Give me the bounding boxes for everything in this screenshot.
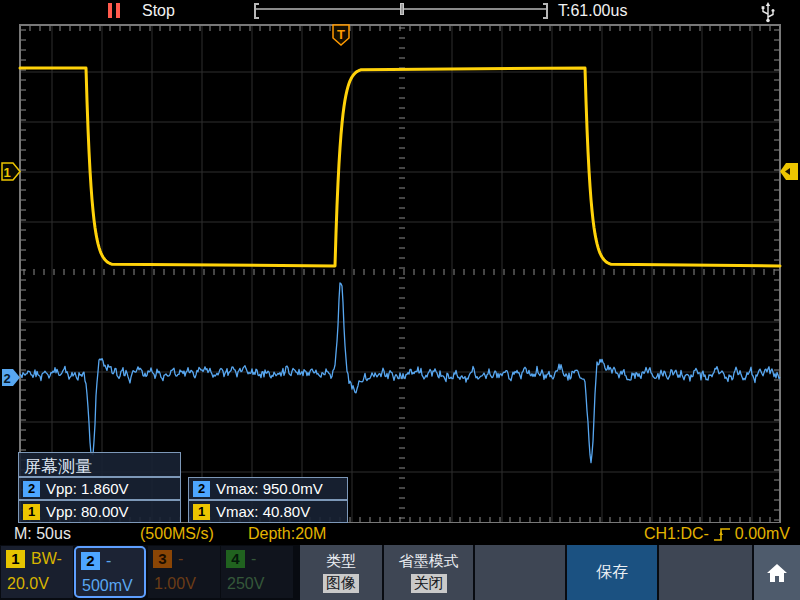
svg-text:2: 2: [3, 371, 10, 386]
timebase-label[interactable]: M: 50us: [14, 525, 71, 543]
ch1-badge: 1: [23, 504, 40, 520]
channel3-box[interactable]: 3 - 1.00V: [148, 546, 220, 598]
trigger-level-marker[interactable]: [780, 163, 798, 180]
trigger-level-label: 0.00mV: [735, 525, 790, 543]
ink-saver-label: 省墨模式: [399, 552, 459, 571]
channel1-scale: 20.0V: [7, 575, 49, 593]
ink-saver-value: 关闭: [411, 574, 447, 593]
sample-rate-label: (500MS/s): [140, 525, 214, 543]
measure-cell: 2 Vpp: 1.860V: [18, 477, 181, 500]
ch2-waveform: [20, 283, 780, 463]
channel3-badge: 3: [153, 550, 172, 568]
channel1-badge: 1: [6, 550, 25, 568]
type-label: 类型: [326, 552, 356, 571]
channel4-scale: 250V: [227, 575, 264, 593]
trigger-position-marker[interactable]: T: [333, 25, 349, 45]
channel4-badge: 4: [226, 550, 245, 568]
measure-value: Vpp: 1.860V: [46, 480, 129, 497]
ch1-ground-marker[interactable]: 1: [2, 163, 20, 180]
measure-panel-title: 屏幕测量: [18, 452, 181, 477]
measure-cell: 1 Vpp: 80.00V: [18, 500, 181, 523]
bottom-menu-bar: 1 BW- 20.0V 2 - 500mV 3 - 1.00V 4 - 250V…: [0, 545, 800, 600]
save-label: 保存: [596, 562, 628, 583]
home-button[interactable]: [754, 545, 800, 600]
menu-empty-slot: [475, 545, 565, 600]
trigger-source-label: CH1:DC-: [644, 525, 709, 543]
measure-value: Vmax: 950.0mV: [216, 480, 323, 497]
channel2-scale: 500mV: [82, 577, 133, 595]
measure-cell: 1 Vmax: 40.80V: [188, 500, 348, 523]
ch1-badge: 1: [193, 504, 210, 520]
menu-ink-saver-button[interactable]: 省墨模式 关闭: [384, 545, 473, 600]
measure-cell: 2 Vmax: 950.0mV: [188, 477, 348, 500]
svg-text:1: 1: [3, 165, 10, 180]
channel2-badge: 2: [81, 552, 100, 570]
channel1-coupling: BW-: [31, 550, 62, 568]
ch2-ground-marker[interactable]: 2: [2, 369, 20, 386]
save-button[interactable]: 保存: [567, 545, 657, 600]
channel4-box[interactable]: 4 - 250V: [221, 546, 293, 598]
rising-edge-icon: [712, 526, 732, 543]
channel3-scale: 1.00V: [154, 575, 196, 593]
home-icon: [765, 561, 789, 585]
measure-value: Vmax: 40.80V: [216, 503, 310, 520]
status-bar: M: 50us (500MS/s) Depth:20M CH1:DC- 0.00…: [0, 523, 800, 545]
memory-depth-label: Depth:20M: [248, 525, 326, 543]
ch2-badge: 2: [193, 481, 210, 497]
menu-empty-slot: [659, 545, 752, 600]
channel3-coupling: -: [178, 550, 183, 568]
channel2-box[interactable]: 2 - 500mV: [74, 546, 146, 598]
grid-ticks: [20, 25, 780, 523]
trigger-settings[interactable]: CH1:DC- 0.00mV: [644, 525, 790, 543]
menu-type-button[interactable]: 类型 图像: [300, 545, 382, 600]
channel4-coupling: -: [251, 550, 256, 568]
channel1-box[interactable]: 1 BW- 20.0V: [1, 546, 73, 598]
measure-value: Vpp: 80.00V: [46, 503, 129, 520]
channel2-coupling: -: [106, 552, 111, 570]
type-value: 图像: [323, 574, 359, 593]
ch2-badge: 2: [23, 481, 40, 497]
svg-text:T: T: [337, 27, 345, 42]
oscilloscope-screen: Stop T:61.00us T: [0, 0, 800, 600]
